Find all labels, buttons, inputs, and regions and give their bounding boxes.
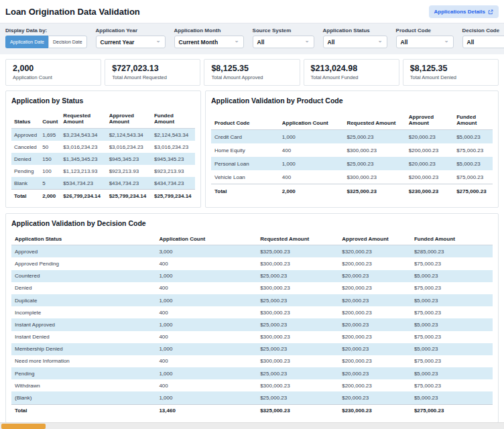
table-row: Blank5$534,734.23$434,734.23$434,734.23 — [11, 177, 195, 190]
table-cell: $20,000.23 — [338, 343, 411, 355]
table-cell: $945,345.23 — [151, 153, 195, 165]
display-data-by-label: Display Data by: — [5, 27, 87, 34]
table-cell: 1,695 — [40, 129, 60, 141]
column-header: Approved Amount — [405, 110, 453, 130]
table-cell: $26,799,234.14 — [60, 190, 106, 202]
application-status-value: All — [328, 39, 335, 46]
table-cell: 1,000 — [155, 270, 257, 282]
table-cell: Approved — [11, 245, 155, 258]
table-cell: 1,000 — [279, 130, 344, 144]
table-cell: $300,000.23 — [257, 257, 338, 269]
table-cell: $434,734.23 — [107, 177, 151, 190]
table-cell: 400 — [155, 306, 257, 318]
table-cell: Total — [11, 190, 40, 202]
table-cell: $25,000.23 — [257, 270, 338, 282]
table-cell: 400 — [155, 379, 257, 391]
table-cell: $534,734.23 — [60, 177, 106, 190]
table-cell: $275,000.23 — [411, 404, 493, 417]
table-body: Approved3,000$325,000.23$320,000.23$285,… — [11, 245, 493, 404]
table-row: Credit Card1,000$25,000.23$20,000.23$5,0… — [211, 130, 493, 144]
table-row: Canceled50$3,016,234.23$3,016,234.23$3,0… — [11, 141, 195, 153]
table-cell: $75,000.23 — [411, 257, 493, 269]
display-data-by-filter: Display Data by: Application Date Decisi… — [5, 27, 87, 48]
table-cell: Total — [211, 184, 279, 198]
table-cell: Home Equity — [211, 143, 279, 157]
decision-code-select[interactable]: All ⌄ — [462, 36, 504, 48]
table-cell: $3,016,234.23 — [107, 141, 151, 153]
table-cell: $25,000.23 — [343, 157, 405, 170]
table-cell: $20,000.23 — [405, 130, 453, 144]
application-status-select[interactable]: All ⌄ — [323, 36, 387, 48]
table-cell: 400 — [155, 282, 257, 294]
table-cell: 13,460 — [155, 404, 257, 417]
page-title: Loan Origination Data Validation — [5, 7, 140, 17]
table-body: Approved1,695$3,234,543.34$2,124,543.34$… — [11, 129, 195, 190]
application-month-select[interactable]: Current Month ⌄ — [174, 36, 244, 48]
table-row: Total2,000$325,000.23$230,000.23$275,000… — [211, 184, 493, 198]
table-cell: $200,000.23 — [338, 331, 411, 343]
horizontal-scrollbar[interactable] — [0, 422, 504, 429]
product-code-value: All — [401, 39, 408, 46]
table-cell: $25,000.23 — [257, 343, 338, 355]
applications-details-button[interactable]: Applications Details — [429, 5, 499, 18]
table-cell: $75,000.23 — [453, 143, 493, 157]
table-cell: $3,016,234.23 — [151, 141, 195, 153]
column-header: Requested Amount — [60, 110, 106, 129]
source-system-value: All — [257, 39, 265, 46]
table-cell: $20,000.23 — [405, 157, 453, 170]
table-cell: 400 — [155, 355, 257, 367]
table-cell: $325,000.23 — [343, 184, 405, 198]
table-cell: $3,016,234.23 — [60, 141, 106, 153]
table-row: Total2,000$26,799,234.14$25,799,234.14$2… — [11, 190, 195, 202]
table-cell: Withdrawn — [11, 379, 155, 391]
table-cell: $230,000.23 — [338, 404, 411, 417]
application-year-select[interactable]: Current Year ⌄ — [96, 36, 166, 48]
toggle-decision-date[interactable]: Decision Date — [48, 36, 87, 48]
table-cell: $75,000.23 — [411, 331, 493, 343]
kpi-value: 2,000 — [13, 64, 94, 73]
table-cell: $25,799,234.14 — [107, 190, 151, 202]
table-row: (Blank)1,000$25,000.23$20,000.23$5,000.2… — [11, 391, 493, 404]
table-row: Instant Denied400$300,000.23$200,000.23$… — [11, 331, 493, 343]
table-cell: Credit Card — [211, 130, 279, 144]
top-bar: Loan Origination Data Validation Applica… — [0, 0, 504, 23]
column-header: Requested Amount — [257, 233, 338, 245]
table-cell: Duplicate — [11, 294, 155, 306]
table-cell: $325,000.23 — [257, 245, 338, 258]
application-year-label: Application Year — [96, 27, 166, 34]
decision-code-label: Decision Code — [462, 27, 504, 34]
kpi-value: $8,125.35 — [410, 64, 491, 73]
scrollbar-thumb[interactable] — [1, 424, 46, 429]
chevron-down-icon: ⌄ — [305, 38, 310, 44]
validation-by-decision-code-card: Application Validation by Decision Code … — [5, 213, 499, 423]
table-cell: Approved — [11, 129, 40, 141]
column-header: Funded Amount — [411, 233, 493, 245]
table-cell: 50 — [40, 141, 60, 153]
column-header: Status — [11, 110, 40, 129]
table-cell: $300,000.23 — [343, 143, 405, 157]
table-cell: Pending — [11, 165, 40, 177]
product-code-select[interactable]: All ⌄ — [396, 36, 454, 48]
table-cell: Need more Information — [11, 355, 155, 367]
table-cell: Approved Pending — [11, 257, 155, 269]
table-cell: $3,234,543.34 — [60, 129, 106, 141]
table-cell: $300,000.23 — [257, 306, 338, 318]
table-header: StatusCountRequested AmountApproved Amou… — [11, 110, 195, 129]
column-header: Requested Amount — [343, 110, 405, 130]
table-cell: $300,000.23 — [257, 379, 338, 391]
table-row: StatusCountRequested AmountApproved Amou… — [11, 110, 195, 129]
table-cell: $1,123,213.93 — [60, 165, 106, 177]
table-cell: 400 — [155, 257, 257, 269]
table-cell: $300,000.23 — [257, 331, 338, 343]
application-year-value: Current Year — [101, 39, 135, 46]
column-header: Funded Amount — [453, 110, 493, 130]
table-cell: Canceled — [11, 141, 40, 153]
application-month-filter: Application Month Current Month ⌄ — [174, 27, 244, 48]
table-cell: $5,000.23 — [411, 270, 493, 282]
toggle-application-date[interactable]: Application Date — [5, 36, 48, 48]
column-header: Approved Amount — [338, 233, 411, 245]
source-system-select[interactable]: All ⌄ — [253, 36, 314, 48]
application-status-label: Application Status — [323, 27, 387, 34]
source-system-filter: Source System All ⌄ — [253, 27, 314, 48]
application-year-filter: Application Year Current Year ⌄ — [96, 27, 166, 48]
